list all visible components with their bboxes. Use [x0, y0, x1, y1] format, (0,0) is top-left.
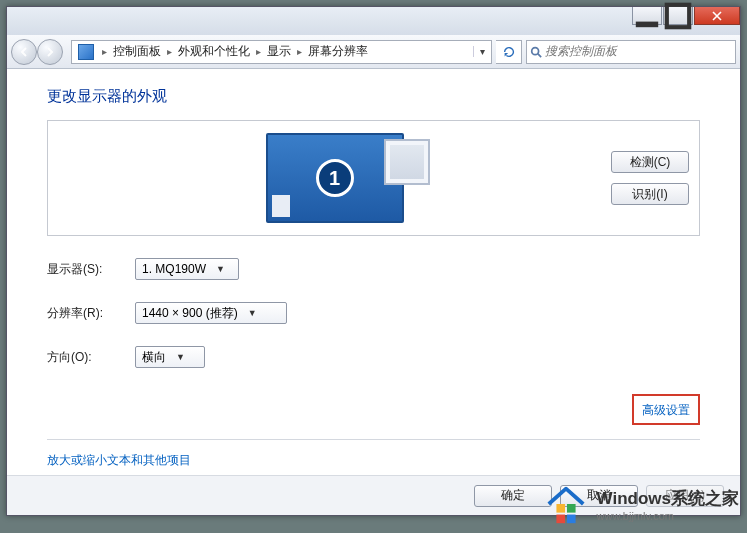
- control-panel-icon: [78, 44, 94, 60]
- breadcrumb-item[interactable]: 显示: [263, 43, 295, 60]
- resize-text-link[interactable]: 放大或缩小文本和其他项目: [47, 453, 191, 467]
- separator: [47, 439, 700, 440]
- refresh-button[interactable]: [496, 40, 522, 64]
- resolution-select[interactable]: 1440 × 900 (推荐) ▼: [135, 302, 287, 324]
- display-preview-panel: 1 检测(C) 识别(I): [47, 120, 700, 236]
- titlebar: [7, 7, 740, 35]
- display-value: 1. MQ190W: [142, 262, 206, 276]
- dialog-footer: 确定 取消 应用(A): [7, 475, 740, 515]
- control-panel-window: ▸ 控制面板 ▸ 外观和个性化 ▸ 显示 ▸ 屏幕分辨率 ▾ 搜索控制面板 更改…: [6, 6, 741, 516]
- address-dropdown-icon[interactable]: ▾: [473, 46, 491, 57]
- chevron-down-icon: ▼: [216, 264, 225, 274]
- page-title: 更改显示器的外观: [47, 87, 700, 106]
- secondary-device-preview: [384, 139, 430, 185]
- orientation-value: 横向: [142, 349, 166, 366]
- content-area: 更改显示器的外观 1 检测(C) 识别(I) 显示器(S): 1. MQ190W…: [7, 69, 740, 514]
- chevron-down-icon: ▼: [176, 352, 185, 362]
- breadcrumb-item[interactable]: 外观和个性化: [174, 43, 254, 60]
- address-bar[interactable]: ▸ 控制面板 ▸ 外观和个性化 ▸ 显示 ▸ 屏幕分辨率 ▾: [71, 40, 492, 64]
- minimize-button[interactable]: [632, 7, 662, 25]
- navigation-bar: ▸ 控制面板 ▸ 外观和个性化 ▸ 显示 ▸ 屏幕分辨率 ▾ 搜索控制面板: [7, 35, 740, 69]
- display-select[interactable]: 1. MQ190W ▼: [135, 258, 239, 280]
- display-label: 显示器(S):: [47, 261, 135, 278]
- search-placeholder: 搜索控制面板: [545, 43, 617, 60]
- apply-button[interactable]: 应用(A): [646, 485, 724, 507]
- cancel-button[interactable]: 取消: [560, 485, 638, 507]
- preview-taskbar: [272, 195, 290, 217]
- chevron-right-icon: ▸: [100, 46, 109, 57]
- breadcrumb-item[interactable]: 控制面板: [109, 43, 165, 60]
- chevron-right-icon: ▸: [295, 46, 304, 57]
- highlight-box: 高级设置: [632, 394, 700, 425]
- maximize-button[interactable]: [663, 7, 693, 25]
- svg-rect-0: [636, 21, 658, 27]
- nav-back-button[interactable]: [11, 39, 37, 65]
- monitor-number-badge: 1: [316, 159, 354, 197]
- identify-button[interactable]: 识别(I): [611, 183, 689, 205]
- orientation-select[interactable]: 横向 ▼: [135, 346, 205, 368]
- search-icon: [527, 46, 545, 58]
- svg-point-2: [532, 47, 539, 54]
- close-button[interactable]: [694, 7, 740, 25]
- resolution-label: 分辨率(R):: [47, 305, 135, 322]
- detect-button[interactable]: 检测(C): [611, 151, 689, 173]
- search-input[interactable]: 搜索控制面板: [526, 40, 736, 64]
- advanced-settings-link[interactable]: 高级设置: [642, 403, 690, 417]
- svg-rect-1: [667, 4, 689, 26]
- orientation-label: 方向(O):: [47, 349, 135, 366]
- ok-button[interactable]: 确定: [474, 485, 552, 507]
- monitor-1-preview[interactable]: 1: [266, 133, 404, 223]
- breadcrumb-item[interactable]: 屏幕分辨率: [304, 43, 372, 60]
- chevron-right-icon: ▸: [165, 46, 174, 57]
- nav-forward-button[interactable]: [37, 39, 63, 65]
- resolution-value: 1440 × 900 (推荐): [142, 305, 238, 322]
- chevron-right-icon: ▸: [254, 46, 263, 57]
- chevron-down-icon: ▼: [248, 308, 257, 318]
